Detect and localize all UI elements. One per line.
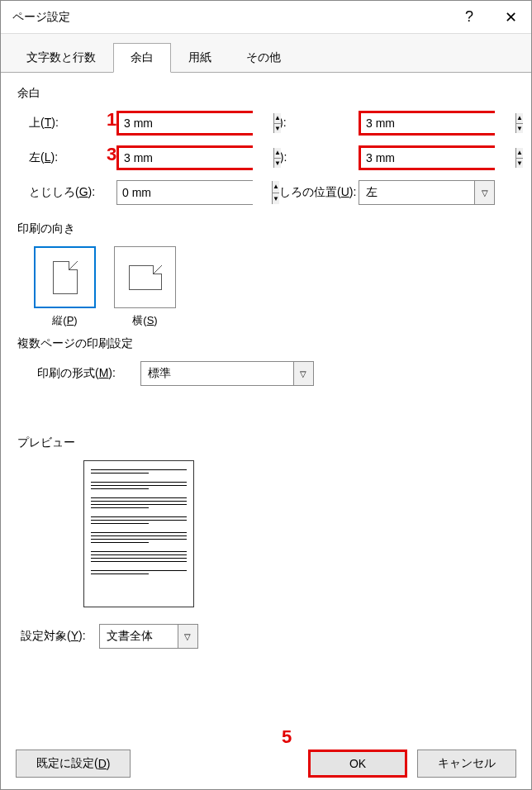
title-bar: ページ設定 ? ✕ (1, 1, 531, 34)
dialog-content: 余白 1 2 3 4 上(T): ▲▼ 下(B): ▲▼ 左(L): ▲▼ 右(… (1, 73, 531, 738)
portrait-icon-box[interactable] (34, 246, 96, 308)
multipage-label: 印刷の形式(M): (34, 366, 116, 381)
chevron-down-icon[interactable]: ▽ (293, 362, 313, 385)
gutter-label: とじしろ(G): (26, 185, 116, 200)
spin-down-icon[interactable]: ▼ (516, 124, 523, 134)
multipage-dropdown[interactable]: 標準 ▽ (140, 361, 314, 386)
dialog-footer: 5 既定に設定(D) OK キャンセル (1, 738, 531, 789)
margins-section-title: 余白 (17, 86, 515, 101)
spin-down-icon[interactable]: ▼ (273, 193, 279, 205)
left-margin-spinner[interactable]: ▲▼ (116, 145, 253, 170)
gutter-position-value: 左 (359, 185, 474, 200)
ok-button[interactable]: OK (308, 750, 407, 778)
spin-up-icon[interactable]: ▲ (516, 113, 523, 124)
preview-pane (83, 460, 194, 607)
top-margin-label: 上(T): (26, 116, 116, 131)
apply-to-row: 設定対象(Y): 文書全体 ▽ (17, 624, 515, 649)
left-margin-label: 左(L): (26, 150, 116, 165)
dialog-title: ページ設定 (12, 10, 449, 25)
multipage-row: 印刷の形式(M): 標準 ▽ (34, 361, 515, 386)
right-margin-spinner[interactable]: ▲▼ (359, 145, 495, 170)
apply-to-dropdown[interactable]: 文書全体 ▽ (99, 624, 198, 649)
multipage-section-title: 複数ページの印刷設定 (17, 336, 515, 351)
spin-up-icon[interactable]: ▲ (516, 148, 523, 159)
bottom-margin-spinner[interactable]: ▲▼ (359, 111, 495, 136)
tab-chars-lines[interactable]: 文字数と行数 (9, 43, 113, 73)
spin-down-icon[interactable]: ▼ (516, 159, 523, 169)
gutter-spinner[interactable]: ▲▼ (116, 180, 253, 205)
cancel-button[interactable]: キャンセル (417, 750, 516, 778)
page-setup-dialog: ページ設定 ? ✕ 文字数と行数 余白 用紙 その他 余白 1 2 3 4 上(… (0, 0, 532, 790)
orientation-portrait[interactable]: 縦(P) (34, 246, 96, 328)
tab-other[interactable]: その他 (229, 43, 298, 73)
margins-grid: 1 2 3 4 上(T): ▲▼ 下(B): ▲▼ 左(L): ▲▼ 右(R): (26, 111, 515, 205)
chevron-down-icon[interactable]: ▽ (474, 181, 494, 204)
apply-to-label: 設定対象(Y): (17, 629, 86, 644)
bottom-margin-input[interactable] (361, 113, 515, 133)
gutter-input[interactable] (117, 181, 272, 204)
top-margin-input[interactable] (119, 113, 273, 133)
tab-paper[interactable]: 用紙 (171, 43, 229, 73)
spin-up-icon[interactable]: ▲ (274, 113, 281, 124)
close-button[interactable]: ✕ (490, 1, 531, 33)
window-controls: ? ✕ (449, 1, 531, 33)
spin-down-icon[interactable]: ▼ (274, 124, 281, 134)
orientation-landscape[interactable]: 横(S) (114, 246, 176, 328)
help-button[interactable]: ? (449, 1, 490, 33)
spin-up-icon[interactable]: ▲ (274, 148, 281, 159)
portrait-label: 縦(P) (34, 313, 96, 328)
orientation-row: 縦(P) 横(S) (34, 246, 515, 328)
tab-strip: 文字数と行数 余白 用紙 その他 (1, 34, 531, 73)
spin-down-icon[interactable]: ▼ (274, 159, 281, 169)
landscape-label: 横(S) (114, 313, 176, 328)
tab-margins[interactable]: 余白 (113, 43, 171, 73)
gutter-position-dropdown[interactable]: 左 ▽ (359, 180, 495, 205)
right-margin-input[interactable] (361, 148, 515, 168)
multipage-value: 標準 (141, 366, 293, 381)
landscape-icon-box[interactable] (114, 246, 176, 308)
spin-up-icon[interactable]: ▲ (273, 181, 279, 193)
top-margin-spinner[interactable]: ▲▼ (116, 111, 253, 136)
set-default-button[interactable]: 既定に設定(D) (16, 750, 131, 778)
preview-section-title: プレビュー (17, 435, 515, 450)
apply-to-value: 文書全体 (100, 629, 178, 644)
left-margin-input[interactable] (119, 148, 273, 168)
chevron-down-icon[interactable]: ▽ (178, 625, 197, 648)
portrait-page-icon (53, 261, 78, 294)
landscape-page-icon (129, 265, 162, 290)
orientation-section-title: 印刷の向き (17, 221, 515, 236)
